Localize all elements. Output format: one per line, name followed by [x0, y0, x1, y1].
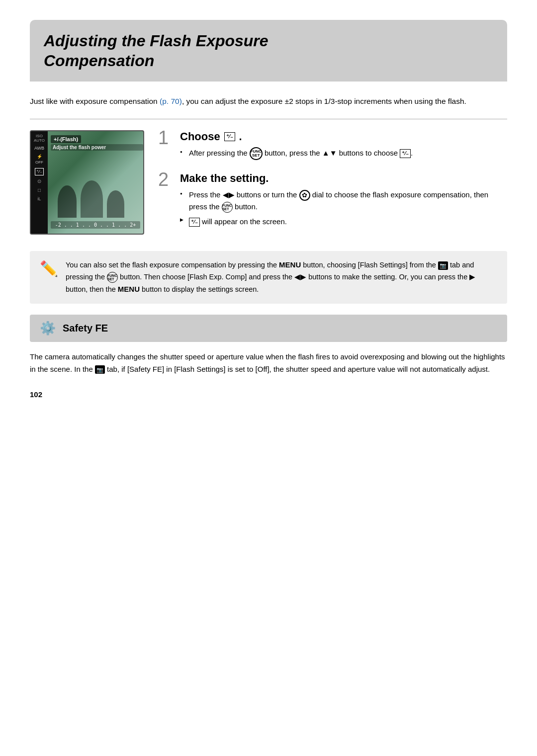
- flash-comp-icon-heading: ⁺∕₋: [224, 132, 235, 141]
- figure-1: [58, 185, 77, 218]
- cam-awb: AWB: [34, 146, 44, 151]
- note-text: You can also set the flash exposure comp…: [66, 259, 497, 296]
- steps-area: ISOAUTO AWB ⚡OFF ⁺∕₋ ⊙ □ iL +/-(Flash) A…: [30, 130, 507, 239]
- camera-scale: -2 . . 1 . . 0 . . 1 . . 2+: [51, 221, 140, 229]
- steps-content: 1 Choose ⁺∕₋ . After pressing the FUNC S…: [158, 130, 507, 239]
- flash-comp-icon-bullet: ⁺∕₋: [400, 149, 411, 158]
- dial-icon: ✿: [299, 190, 310, 201]
- pencil-icon: ✏️: [40, 260, 58, 277]
- step-2-arrow-bullet: ⁺∕₋ will appear on the screen.: [180, 216, 507, 227]
- safety-text: The camera automatically changes the shu…: [30, 351, 507, 376]
- safety-header: ⚙️ Safety FE: [30, 315, 507, 342]
- figure-2: [81, 180, 103, 218]
- cam-rect: □: [38, 187, 41, 193]
- step-1: 1 Choose ⁺∕₋ . After pressing the FUNC S…: [158, 130, 507, 163]
- step-1-body: Choose ⁺∕₋ . After pressing the FUNC SET…: [180, 130, 507, 163]
- step-2-bullets: Press the ◀▶ buttons or turn the ✿ dial …: [180, 189, 507, 213]
- cam-bracket: ⊙: [37, 178, 41, 184]
- camera-overlay: +/-(Flash) Adjust the flash power: [51, 135, 143, 151]
- camera-tab-icon-1: 📷: [438, 261, 448, 270]
- safety-icon: ⚙️: [40, 321, 56, 336]
- step-2-number: 2: [158, 170, 174, 189]
- func-set-icon-note: FUNC SET: [107, 272, 118, 283]
- step-1-heading: Choose ⁺∕₋ .: [180, 130, 507, 143]
- safety-title: Safety FE: [63, 323, 108, 334]
- note-box: ✏️ You can also set the flash exposure c…: [30, 251, 507, 304]
- step-2-bullet-1: Press the ◀▶ buttons or turn the ✿ dial …: [180, 189, 507, 213]
- camera-main-area: +/-(Flash) Adjust the flash power -2 . .…: [48, 131, 143, 234]
- step-2-body: Make the setting. Press the ◀▶ buttons o…: [180, 172, 507, 230]
- figure-3: [107, 190, 124, 218]
- intro-link[interactable]: (p. 70): [160, 97, 182, 105]
- page-title: Adjusting the Flash Exposure Compensatio…: [44, 31, 493, 71]
- step-2-heading: Make the setting.: [180, 172, 507, 185]
- cam-flash-comp: ⁺∕₋: [35, 168, 44, 175]
- step-1-bullets: After pressing the FUNC SET button, pres…: [180, 147, 507, 160]
- cam-il: iL: [37, 196, 41, 202]
- intro-paragraph: Just like with exposure compensation (p.…: [30, 95, 507, 108]
- section-divider: [30, 119, 507, 119]
- func-set-icon-2: FUNC SET: [222, 202, 233, 213]
- step-1-bullet-1: After pressing the FUNC SET button, pres…: [180, 147, 507, 160]
- step-2: 2 Make the setting. Press the ◀▶ buttons…: [158, 172, 507, 230]
- camera-tab-icon-2: 📷: [95, 365, 105, 374]
- flash-comp-icon-arrow: ⁺∕₋: [189, 218, 200, 227]
- camera-sidebar: ISOAUTO AWB ⚡OFF ⁺∕₋ ⊙ □ iL: [31, 131, 48, 234]
- figure-group: [58, 180, 124, 218]
- camera-screen-illustration: ISOAUTO AWB ⚡OFF ⁺∕₋ ⊙ □ iL +/-(Flash) A…: [30, 130, 144, 235]
- cam-iso: ISOAUTO: [34, 134, 45, 143]
- page-number: 102: [30, 390, 507, 399]
- step-1-number: 1: [158, 128, 174, 147]
- cam-off: ⚡OFF: [35, 154, 43, 165]
- page-title-box: Adjusting the Flash Exposure Compensatio…: [30, 20, 507, 82]
- func-set-icon-1: FUNC SET: [250, 147, 263, 160]
